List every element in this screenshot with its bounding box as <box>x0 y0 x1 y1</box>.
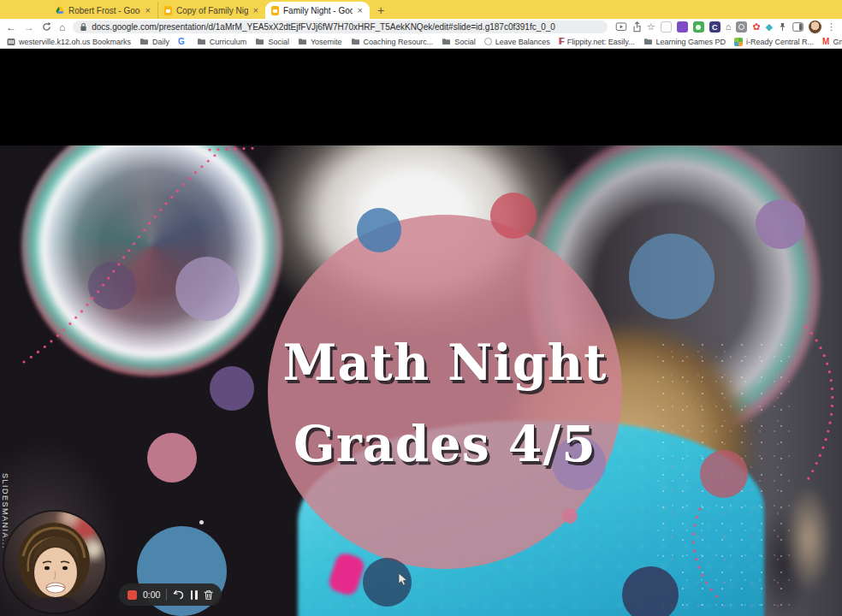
side-panel-icon[interactable] <box>792 22 803 32</box>
bookmark-label: Social <box>268 38 289 46</box>
browser-toolbar: ← → ⌂ docs.google.com/presentation/d/1aM… <box>0 19 842 35</box>
bookmark-flippity[interactable]: F Flippity.net: Easily... <box>559 37 635 46</box>
toolbar-icons: ☆ C ⌂ ✿ ◆ ⋮ <box>615 21 836 33</box>
bookmark-folder-curriculum[interactable]: Curriculum <box>197 38 247 46</box>
folder-icon <box>197 38 206 45</box>
bookmark-gmail[interactable]: M Gmail <box>822 37 842 46</box>
pause-recording-icon[interactable] <box>191 590 198 600</box>
extension-icon-c[interactable]: C <box>709 21 720 33</box>
bookmark-label: Yosemite <box>311 38 342 46</box>
presenter-face <box>4 512 105 613</box>
bookmark-label: Curriculum <box>210 38 247 46</box>
extensions-pin-icon[interactable] <box>778 22 787 32</box>
slide-canvas[interactable]: Math Night Grades 4/5 <box>0 145 842 616</box>
extension-icon-purple[interactable] <box>677 21 688 33</box>
recording-toolbar: 0:00 <box>119 583 222 606</box>
bookmark-label: westerville.k12.oh.us Bookmarks <box>19 38 131 46</box>
slide-title-line2: Grades 4/5 <box>24 403 842 484</box>
slide-title[interactable]: Math Night Grades 4/5 <box>24 322 842 484</box>
presentation-stage: Math Night Grades 4/5 <box>0 50 842 616</box>
delete-recording-icon[interactable] <box>204 589 213 601</box>
tab-close-icon[interactable]: × <box>145 5 151 15</box>
forward-icon[interactable]: → <box>24 22 34 33</box>
bookmark-folder-social[interactable]: Social <box>255 38 289 46</box>
webcam-overlay[interactable] <box>4 512 105 613</box>
tab-close-icon[interactable]: × <box>357 5 364 15</box>
google-slides-icon <box>271 6 279 15</box>
folder-icon <box>255 38 264 45</box>
back-icon[interactable]: ← <box>6 22 16 33</box>
bookmark-westerville[interactable]: westerville.k12.oh.us Bookmarks <box>7 38 131 46</box>
tab-robert-frost[interactable]: Robert Frost - Google Drive × <box>50 2 157 19</box>
flower-extension-icon[interactable]: ✿ <box>752 22 760 32</box>
bookmarks-bar: westerville.k12.oh.us Bookmarks Daily G … <box>0 35 842 49</box>
share-icon[interactable] <box>632 21 642 33</box>
extension-icon-green[interactable] <box>693 21 704 33</box>
gmail-icon: M <box>822 37 829 46</box>
reload-icon[interactable] <box>42 22 51 32</box>
bookmark-folder-social-2[interactable]: Social <box>442 38 476 46</box>
url-text: docs.google.com/presentation/d/1aMrM_YEA… <box>92 22 555 32</box>
bookmark-label: Flippity.net: Easily... <box>567 38 635 46</box>
home-icon[interactable]: ⌂ <box>59 22 65 33</box>
media-controls-icon[interactable] <box>615 22 627 32</box>
profile-avatar[interactable] <box>809 21 821 33</box>
tab-family-night-active[interactable]: Family Night - Google Slides × <box>265 2 370 19</box>
site-icon <box>7 38 15 46</box>
bookmark-label: Social <box>454 38 476 46</box>
ring-icon <box>484 38 492 45</box>
recording-timer: 0:00 <box>143 589 160 600</box>
iready-icon <box>734 38 743 46</box>
restart-recording-icon[interactable] <box>173 589 184 600</box>
new-tab-button[interactable]: + <box>370 2 392 19</box>
screenshot-extension-icon[interactable] <box>736 21 747 33</box>
slide-title-line1: Math Night <box>24 322 842 403</box>
bookmark-folder-learning-games[interactable]: Learning Games PD <box>643 38 726 46</box>
folder-icon <box>351 38 360 45</box>
bookmark-star-icon[interactable]: ☆ <box>647 22 655 32</box>
address-bar[interactable]: docs.google.com/presentation/d/1aMrM_YEA… <box>73 21 608 33</box>
bookmark-label: Daily <box>152 38 169 46</box>
bookmark-label: i-Ready Central R... <box>746 38 814 46</box>
google-g-icon: G <box>178 37 185 46</box>
google-drive-icon <box>56 6 64 15</box>
bookmark-label: Gmail <box>833 38 842 46</box>
tab-title: Copy of Family Night - Googl <box>176 6 248 15</box>
tab-strip: Robert Frost - Google Drive × Copy of Fa… <box>0 0 842 19</box>
home-extension-icon[interactable]: ⌂ <box>726 22 732 32</box>
stop-recording-button[interactable] <box>127 590 137 600</box>
bookmark-leave-balances[interactable]: Leave Balances <box>484 38 550 46</box>
diamond-extension-icon[interactable]: ◆ <box>766 22 773 32</box>
bookmark-label: Coaching Resourc... <box>364 38 434 46</box>
google-slides-icon <box>164 6 172 15</box>
tab-close-icon[interactable]: × <box>252 5 259 15</box>
bookmark-label: Leave Balances <box>495 38 550 46</box>
bookmark-label: Learning Games PD <box>656 38 726 46</box>
flippity-icon: F <box>559 37 564 46</box>
folder-icon <box>298 38 307 45</box>
browser-menu-icon[interactable]: ⋮ <box>827 22 836 32</box>
folder-icon <box>643 38 653 45</box>
tab-copy-family-night[interactable]: Copy of Family Night - Googl × <box>157 2 265 19</box>
bookmark-folder-coaching[interactable]: Coaching Resourc... <box>351 38 434 46</box>
folder-icon <box>442 38 451 45</box>
bookmark-google[interactable]: G <box>178 37 188 46</box>
extension-icon-light[interactable] <box>661 21 672 33</box>
mouse-cursor <box>398 572 408 587</box>
bookmark-iready[interactable]: i-Ready Central R... <box>734 38 814 46</box>
bookmark-folder-daily[interactable]: Daily <box>139 38 169 46</box>
tab-title: Family Night - Google Slides <box>283 6 353 15</box>
toolbar-divider <box>166 589 167 601</box>
folder-icon <box>139 38 149 45</box>
bookmark-folder-yosemite[interactable]: Yosemite <box>298 38 342 46</box>
browser-window: Robert Frost - Google Drive × Copy of Fa… <box>0 0 842 616</box>
lock-icon <box>80 22 87 32</box>
tab-title: Robert Frost - Google Drive <box>68 6 140 15</box>
